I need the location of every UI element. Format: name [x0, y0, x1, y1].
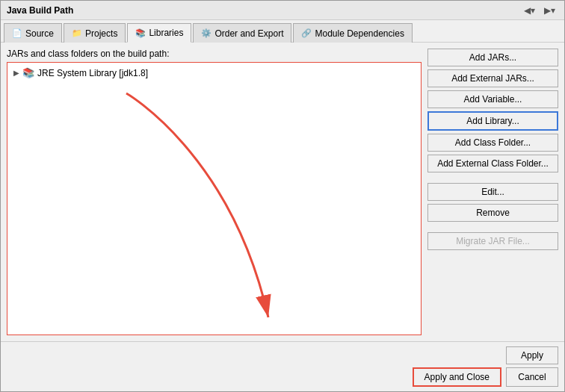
tab-libraries[interactable]: 📚 Libraries	[127, 23, 191, 43]
title-bar: Java Build Path ◀▾ ▶▾	[1, 1, 564, 20]
right-panel: Add JARs... Add External JARs... Add Var…	[427, 49, 558, 335]
tree-expand-icon: ▶	[13, 69, 19, 77]
edit-button[interactable]: Edit...	[427, 183, 558, 201]
add-jars-button[interactable]: Add JARs...	[427, 49, 558, 66]
source-tab-label: Source	[25, 28, 54, 39]
cancel-button[interactable]: Cancel	[506, 367, 558, 387]
add-external-jars-button[interactable]: Add External JARs...	[427, 69, 558, 87]
apply-button[interactable]: Apply	[506, 346, 558, 364]
module-deps-tab-label: Module Dependencies	[315, 28, 404, 39]
add-class-folder-button[interactable]: Add Class Folder...	[427, 134, 558, 152]
tab-module-deps[interactable]: 🔗 Module Dependencies	[293, 23, 412, 43]
tabs-bar: 📄 Source 📁 Projects 📚 Libraries ⚙️ Order…	[1, 20, 564, 43]
module-deps-tab-icon: 🔗	[301, 28, 312, 38]
title-bar-left: Java Build Path	[7, 5, 73, 16]
main-buttons-row: Apply and Close Cancel	[7, 367, 558, 387]
order-export-tab-icon: ⚙️	[201, 28, 212, 38]
bottom-bar: Apply Apply and Close Cancel	[1, 341, 564, 391]
nav-back-button[interactable]: ◀▾	[521, 4, 538, 16]
apply-row: Apply	[7, 346, 558, 364]
libraries-tab-icon: 📚	[135, 28, 146, 38]
build-path-tree[interactable]: ▶ 📚 JRE System Library [jdk1.8]	[7, 62, 422, 335]
projects-tab-icon: 📁	[72, 28, 82, 38]
tab-projects[interactable]: 📁 Projects	[64, 23, 126, 43]
jre-library-icon: 📚	[22, 67, 34, 78]
main-content: JARs and class folders on the build path…	[1, 43, 564, 341]
add-variable-button[interactable]: Add Variable...	[427, 90, 558, 108]
tab-source[interactable]: 📄 Source	[4, 23, 62, 43]
java-build-path-dialog: Java Build Path ◀▾ ▶▾ 📄 Source 📁 Project…	[0, 0, 565, 392]
button-spacer	[427, 175, 558, 180]
apply-and-close-button[interactable]: Apply and Close	[413, 367, 501, 387]
button-spacer-2	[427, 225, 558, 229]
add-external-class-folder-button[interactable]: Add External Class Folder...	[427, 155, 558, 172]
jre-library-label: JRE System Library [jdk1.8]	[37, 68, 148, 78]
source-tab-icon: 📄	[12, 28, 22, 38]
tab-order-export[interactable]: ⚙️ Order and Export	[193, 23, 291, 43]
libraries-tab-label: Libraries	[149, 28, 183, 38]
left-panel: JARs and class folders on the build path…	[7, 49, 422, 335]
window-title: Java Build Path	[7, 5, 73, 16]
order-export-tab-label: Order and Export	[214, 28, 283, 39]
title-bar-controls: ◀▾ ▶▾	[521, 4, 558, 16]
remove-button[interactable]: Remove	[427, 204, 558, 222]
nav-forward-button[interactable]: ▶▾	[541, 4, 558, 16]
panel-description: JARs and class folders on the build path…	[7, 49, 422, 59]
add-library-button[interactable]: Add Library...	[427, 111, 558, 131]
migrate-jar-file-button[interactable]: Migrate JAR File...	[427, 232, 558, 250]
projects-tab-label: Projects	[85, 28, 117, 39]
jre-library-item[interactable]: ▶ 📚 JRE System Library [jdk1.8]	[10, 66, 418, 80]
